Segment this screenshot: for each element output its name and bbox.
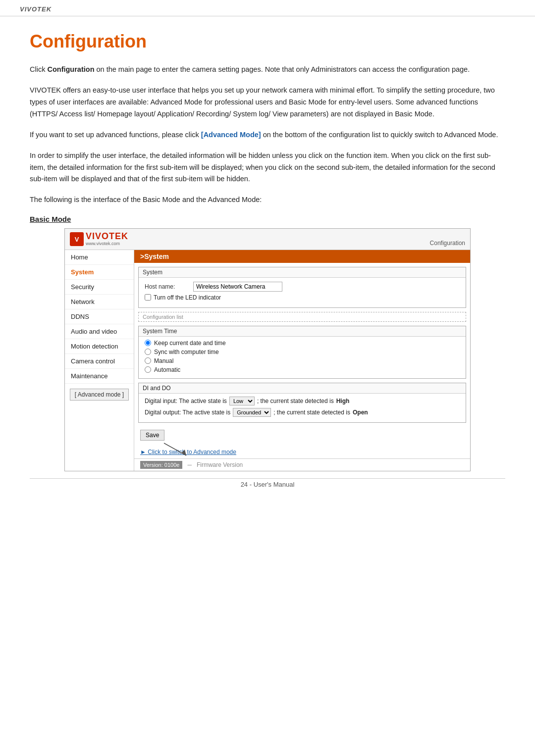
sidebar-item-motion[interactable]: Motion detection (65, 339, 134, 354)
camera-ui: V VIVOTEK www.vivotek.com Configuration … (64, 228, 471, 471)
logo-url: www.vivotek.com (86, 242, 128, 247)
logo-icon: V (70, 232, 84, 246)
sidebar-item-audio-video[interactable]: Audio and video (65, 324, 134, 339)
radio-sync: Sync with computer time (145, 349, 460, 355)
advanced-mode-link-text: [Advanced Mode] (201, 131, 261, 139)
ui-config-label: Configuration (430, 240, 465, 247)
radio-auto: Automatic (145, 366, 460, 373)
di-post: ; the current state detected is (257, 398, 334, 404)
brand-label: VIVOTEK (20, 5, 52, 13)
logo-vivotek-text: VIVOTEK (86, 232, 128, 242)
system-time-title: System Time (139, 326, 466, 337)
mockup-container: V VIVOTEK www.vivotek.com Configuration … (64, 228, 471, 471)
do-state: Open (353, 409, 368, 416)
sidebar-item-ddns[interactable]: DDNS (65, 309, 134, 324)
radio-keep-label: Keep current date and time (154, 340, 226, 347)
di-do-title: DI and DO (139, 383, 466, 394)
radio-auto-input[interactable] (145, 366, 151, 373)
basic-mode-label: Basic Mode (30, 215, 505, 223)
main-content: Configuration Click Configuration on the… (0, 16, 535, 503)
intro-paragraph-2: VIVOTEK offers an easy-to-use user inter… (30, 85, 505, 120)
advanced-mode-button[interactable]: [ Advanced mode ] (70, 389, 129, 401)
config-list-text: Configuration list (143, 314, 183, 320)
sidebar-item-maintenance[interactable]: Maintenance (65, 369, 134, 384)
host-name-input[interactable] (193, 282, 282, 292)
di-pre: Digital input: The active state is (145, 398, 227, 404)
radio-manual-label: Manual (154, 357, 173, 364)
sidebar: Home System Security Network DDNS Audio … (65, 250, 134, 471)
radio-keep-input[interactable] (145, 340, 151, 346)
content-title-bar: >System (134, 250, 470, 263)
system-section-body: Host name: Turn off the LED indicator (139, 278, 466, 307)
host-name-row: Host name: (145, 282, 460, 292)
intro-paragraph-3: If you want to set up advanced functions… (30, 129, 505, 141)
config-list-label: Configuration list (138, 312, 466, 322)
do-post: ; the current state detected is (273, 409, 350, 416)
config-bold: Configuration (47, 65, 94, 73)
led-checkbox-label: Turn off the LED indicator (154, 294, 221, 301)
host-name-label: Host name: (145, 283, 189, 290)
save-button[interactable]: Save (140, 430, 164, 441)
intro-paragraph-1: Click Configuration on the main page to … (30, 64, 505, 76)
firmware-label: ─ (187, 461, 192, 468)
radio-sync-label: Sync with computer time (154, 349, 219, 355)
do-pre: Digital output: The active state is (145, 409, 230, 416)
firmware-row: Version: 0100e ─ Firmware Version (134, 458, 470, 471)
vivotek-logo: V VIVOTEK www.vivotek.com (70, 232, 128, 247)
led-checkbox-row: Turn off the LED indicator (145, 294, 460, 301)
radio-manual: Manual (145, 357, 460, 364)
radio-sync-input[interactable] (145, 349, 151, 355)
sidebar-item-security[interactable]: Security (65, 280, 134, 295)
firmware-version-label: Firmware Version (197, 461, 243, 468)
system-section-title: System (139, 267, 466, 278)
sidebar-item-system[interactable]: System (65, 265, 134, 280)
following-text: The following is the interface of the Ba… (30, 194, 505, 206)
camera-ui-header: V VIVOTEK www.vivotek.com Configuration (65, 229, 470, 250)
radio-auto-label: Automatic (154, 366, 180, 373)
version-badge: Version: 0100e (140, 461, 182, 469)
arrow-svg (159, 441, 199, 458)
radio-group: Keep current date and time Sync with com… (139, 337, 466, 378)
page-title: Configuration (30, 31, 505, 52)
sidebar-item-camera-control[interactable]: Camera control (65, 354, 134, 369)
radio-keep: Keep current date and time (145, 340, 460, 347)
do-row: Digital output: The active state is Grou… (145, 408, 460, 417)
di-row: Digital input: The active state is Low H… (145, 397, 460, 405)
di-do-section: DI and DO Digital input: The active stat… (138, 383, 466, 423)
camera-ui-body: Home System Security Network DDNS Audio … (65, 250, 470, 471)
radio-manual-input[interactable] (145, 357, 151, 364)
svg-marker-3 (181, 450, 186, 455)
content-area: >System System Host name: Turn off the L… (134, 250, 470, 471)
footer-note: 24 - User's Manual (30, 478, 505, 488)
system-time-section: System Time Keep current date and time S… (138, 326, 466, 379)
logo-text-block: VIVOTEK www.vivotek.com (86, 232, 128, 247)
led-checkbox[interactable] (145, 294, 151, 301)
intro-paragraph-4: In order to simplify the user interface,… (30, 150, 505, 186)
di-do-body: Digital input: The active state is Low H… (139, 394, 466, 422)
sidebar-item-network[interactable]: Network (65, 295, 134, 309)
di-state: High (336, 398, 350, 404)
page-header: VIVOTEK (0, 0, 535, 16)
di-select[interactable]: Low High (229, 397, 255, 405)
do-select[interactable]: Grounded Open (233, 408, 271, 417)
system-section: System Host name: Turn off the LED indic… (138, 267, 466, 308)
sidebar-item-home[interactable]: Home (65, 250, 134, 265)
svg-text:V: V (75, 236, 79, 243)
